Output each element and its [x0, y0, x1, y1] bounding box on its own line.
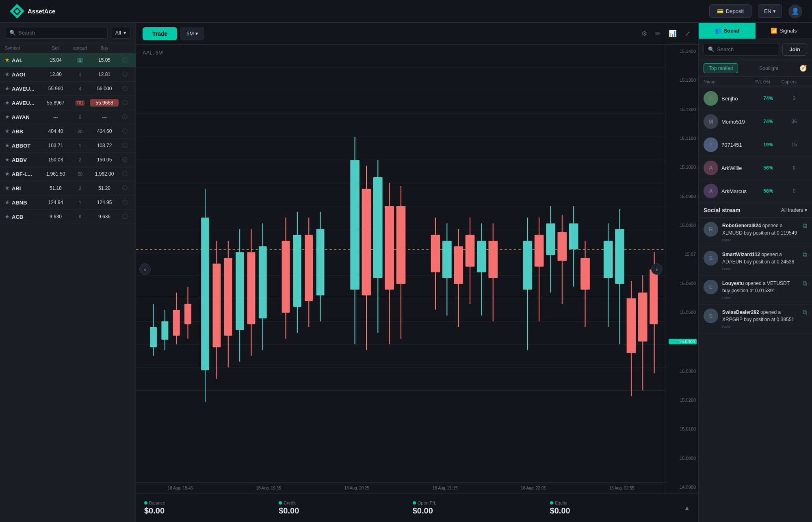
right-search-input[interactable]	[717, 46, 775, 52]
indicators-icon[interactable]: ⚙	[640, 28, 649, 39]
fullscreen-icon[interactable]: ⤢	[683, 28, 692, 39]
info-icon[interactable]: ⓘ	[119, 113, 131, 121]
spread-value: 1	[70, 143, 90, 148]
info-icon[interactable]: ⓘ	[119, 57, 131, 64]
svg-rect-27	[173, 310, 180, 336]
trader-avatar: M	[704, 114, 718, 129]
symbol-search-box[interactable]: 🔍	[5, 27, 108, 39]
copy-icon[interactable]: ⧉	[803, 280, 807, 287]
trader-row[interactable]: M Momo519 74% 36	[699, 110, 812, 133]
trader-row[interactable]: A ArkMarcus 56% 0	[699, 180, 812, 203]
trader-info: B Benjho	[704, 91, 756, 106]
symbol-row[interactable]: ★ ABI 51.18 2 51.20 ⓘ	[0, 181, 136, 196]
info-icon[interactable]: ⓘ	[119, 213, 131, 220]
price-13000: 15.1300	[669, 78, 696, 83]
symbol-row[interactable]: ★ ACB 9.630 6 9.636 ⓘ	[0, 210, 136, 224]
right-search-box[interactable]: 🔍	[704, 43, 779, 56]
info-icon[interactable]: ⓘ	[119, 71, 131, 78]
language-button[interactable]: EN ▾	[758, 4, 782, 18]
balance-item: Balance $0.00	[144, 500, 165, 515]
symbol-row[interactable]: ★ ABF-L... 1,961.50 50 1,962.00 ⓘ	[0, 167, 136, 181]
svg-rect-36	[213, 264, 221, 348]
chart-nav-right[interactable]: ›	[651, 263, 663, 275]
stream-text: SwissDealer292 opened a XRPGBP buy posit…	[722, 309, 799, 323]
star-icon[interactable]: ★	[5, 185, 9, 191]
symbol-name: ★ ABBV	[5, 157, 41, 163]
star-icon[interactable]: ★	[5, 214, 9, 220]
stream-item: S SwissDealer292 opened a XRPGBP buy pos…	[699, 304, 812, 333]
tab-signals[interactable]: 📶 Signals	[756, 23, 812, 39]
app-logo: AssetAce	[10, 4, 55, 19]
symbol-row[interactable]: ★ ABBOT 103.71 1 103.72 ⓘ	[0, 139, 136, 153]
sell-value: 103.71	[41, 143, 70, 148]
trade-button[interactable]: Trade	[143, 27, 177, 40]
spread-value: 0	[70, 115, 90, 120]
symbol-row[interactable]: ★ ABB 404.40 20 404.60 ⓘ	[0, 124, 136, 139]
compass-icon[interactable]: 🧭	[799, 65, 807, 72]
timeframe-button[interactable]: 5M ▾	[180, 27, 204, 40]
info-icon[interactable]: ⓘ	[119, 170, 131, 178]
bottom-expand-button[interactable]: ▲	[684, 505, 690, 512]
draw-icon[interactable]: ✏	[654, 28, 662, 39]
spread-value: 2	[70, 186, 90, 191]
star-icon[interactable]: ★	[5, 72, 9, 77]
buy-value: 404.60	[90, 128, 119, 134]
symbol-row[interactable]: ★ ABNB 124.94 1 124.95 ⓘ	[0, 196, 136, 210]
star-icon[interactable]: ★	[5, 57, 9, 63]
tab-social[interactable]: 👥 Social	[699, 23, 756, 39]
left-toolbar: 🔍 All ▾	[0, 23, 136, 43]
copy-icon[interactable]: ⧉	[803, 222, 807, 229]
trader-name: ArkMarcus	[721, 188, 747, 194]
symbol-row[interactable]: ★ AAYAN --- 0 --- ⓘ	[0, 110, 136, 124]
star-icon[interactable]: ★	[5, 86, 9, 91]
symbol-table: ★ AAL 15.04 1 15.05 ⓘ ★ AAOI 12.80 1 12.…	[0, 53, 136, 522]
trader-info: 7 7071451	[704, 137, 756, 152]
chart-nav-left[interactable]: ‹	[139, 263, 151, 275]
balance-dot	[144, 501, 147, 505]
star-icon[interactable]: ★	[5, 128, 9, 134]
copy-icon[interactable]: ⧉	[803, 309, 807, 316]
copy-icon[interactable]: ⧉	[803, 251, 807, 258]
star-icon[interactable]: ★	[5, 200, 9, 205]
price-14000: 15.1400	[669, 49, 696, 54]
join-button[interactable]: Join	[782, 43, 807, 56]
stream-content: SmartWizard112 opened a ADAEUR buy posit…	[722, 251, 799, 271]
star-icon[interactable]: ★	[5, 157, 9, 163]
symbol-row[interactable]: ★ ABBV 150.03 2 150.05 ⓘ	[0, 153, 136, 167]
symbol-search-input[interactable]	[18, 30, 103, 36]
star-icon[interactable]: ★	[5, 143, 9, 148]
left-panel: 🔍 All ▾ Symbol Sell spread Buy ★ AAL 15.…	[0, 23, 136, 522]
star-icon[interactable]: ★	[5, 114, 9, 120]
chart-type-icon[interactable]: 📊	[667, 28, 678, 39]
info-icon[interactable]: ⓘ	[119, 185, 131, 192]
filter-dropdown[interactable]: All ▾	[111, 27, 131, 39]
star-icon[interactable]: ★	[5, 100, 9, 106]
info-icon[interactable]: ⓘ	[119, 199, 131, 206]
stream-time: now	[722, 237, 799, 242]
star-icon[interactable]: ★	[5, 171, 9, 177]
time-label: 18 Aug, 18:45	[168, 486, 193, 490]
info-icon[interactable]: ⓘ	[119, 85, 131, 92]
header-copiers: Copiers	[781, 79, 807, 84]
main-layout: 🔍 All ▾ Symbol Sell spread Buy ★ AAL 15.…	[0, 23, 812, 522]
symbol-row[interactable]: ★ AAL 15.04 1 15.05 ⓘ	[0, 53, 136, 67]
info-icon[interactable]: ⓘ	[119, 156, 131, 163]
all-traders-button[interactable]: All traders ▾	[781, 207, 807, 213]
filter-spotlight[interactable]: Spotlight	[754, 64, 783, 73]
trader-pl: 56%	[756, 165, 782, 171]
trader-avatar: A	[704, 161, 718, 175]
trader-row[interactable]: 7 7071451 19% 15	[699, 133, 812, 157]
user-avatar-button[interactable]: 👤	[788, 4, 802, 18]
filter-top-ranked[interactable]: Top ranked	[704, 63, 738, 73]
trader-row[interactable]: B Benjho 74% 3	[699, 87, 812, 110]
symbol-row[interactable]: ★ AAVEU... 55.960 4 56.000 ⓘ	[0, 82, 136, 96]
symbol-row[interactable]: ★ AAOI 12.80 1 12.81 ⓘ	[0, 67, 136, 82]
info-icon[interactable]: ⓘ	[119, 142, 131, 149]
trader-table-header: Name P/L (%) Copiers	[699, 77, 812, 87]
equity-label: Equity	[555, 500, 567, 505]
deposit-button[interactable]: 💳 Deposit	[709, 4, 751, 18]
trader-row[interactable]: A ArkWillie 56% 0	[699, 157, 812, 180]
info-icon[interactable]: ⓘ	[119, 99, 131, 107]
symbol-row[interactable]: ★ AAVEU... 55.8967 701 55.9668 ⓘ	[0, 96, 136, 110]
info-icon[interactable]: ⓘ	[119, 128, 131, 135]
